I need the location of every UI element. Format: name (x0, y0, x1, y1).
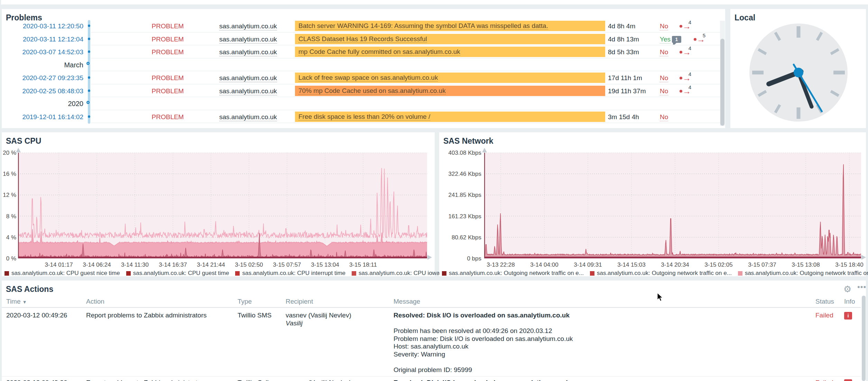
problems-row: 2020-03-11 12:20:50PROBLEMsas.analytium.… (2, 19, 725, 32)
problem-duration: 19d 11h 37m (608, 87, 646, 95)
problem-message-text: Free disk space is less than 20% on volu… (298, 113, 430, 121)
action-status: Failed (815, 312, 833, 320)
legend-label: sas.analytium.co.uk: Outgoing network tr… (745, 270, 868, 277)
problem-time-link[interactable]: 2019-12-01 16:14:02 (2, 113, 83, 121)
cpu-chart-title: SAS CPU (6, 136, 41, 146)
action-arrow-icon[interactable]: →4 (680, 24, 691, 29)
problem-ack-link[interactable]: Yes (660, 36, 671, 44)
problem-status: PROBLEM (144, 74, 192, 82)
y-axis-label: 322.46 Kbps (439, 171, 481, 178)
problem-host-link[interactable]: sas.analytium.co.uk (219, 22, 277, 30)
row-divider (91, 123, 720, 123)
column-header-info: Info (844, 298, 855, 305)
action-arrow-icon[interactable]: →5 (694, 37, 705, 42)
actions-scrollbar-thumb[interactable] (862, 296, 866, 381)
x-axis-label: 3-14 21:44 (197, 261, 225, 268)
x-axis-label: 3-14 16:37 (159, 261, 187, 268)
problem-ack-link[interactable]: No (660, 87, 668, 95)
action-message: Resolved: Disk I/O is overloaded on sas.… (394, 379, 570, 381)
message-bubble-badge[interactable]: 1 (672, 36, 681, 43)
problem-duration: 17d 11h 1m (608, 74, 642, 82)
clock-tick-mark (797, 26, 801, 38)
adjacent-widget-edge (1, 0, 868, 4)
action-type: Twillio Call (238, 379, 269, 381)
problem-time-link[interactable]: 2020-02-25 08:48:03 (2, 87, 83, 95)
problem-time-link[interactable]: 2020-03-11 12:12:04 (2, 36, 83, 43)
problem-message[interactable]: CLASS Dataset Has 19 Records Successful (295, 34, 605, 44)
problems-row: 2020 (2, 97, 725, 110)
problem-ack-link[interactable]: No (660, 22, 668, 30)
problem-message[interactable]: Lack of free swap space on sas.analytium… (295, 73, 605, 83)
action-dot-icon (680, 51, 682, 54)
action-count: 4 (689, 71, 691, 77)
info-icon[interactable]: i (844, 312, 852, 320)
timeline-marker-icon (86, 101, 90, 104)
y-axis-label: 0 % (2, 255, 16, 262)
chart-legend: sas.analytium.co.uk: CPU guest nice time… (4, 270, 462, 277)
mouse-cursor (657, 293, 666, 302)
problem-host-link[interactable]: sas.analytium.co.uk (219, 36, 277, 44)
problem-host-link[interactable]: sas.analytium.co.uk (219, 74, 277, 82)
problem-actions[interactable]: →4 (672, 86, 691, 96)
problem-status: PROBLEM (144, 48, 192, 56)
timeline-marker-label: 2020 (2, 100, 83, 108)
problem-duration: 3m 15d 4h (608, 113, 639, 121)
action-count: 4 (689, 84, 691, 90)
x-axis-label: 3-14 04:00 (530, 261, 558, 268)
x-axis-label: 3-15 18:11 (349, 261, 377, 268)
problem-message[interactable]: Free disk space is less than 20% on volu… (295, 112, 605, 122)
action-count: 4 (689, 19, 691, 25)
problem-message[interactable]: Batch server WARNING 14-169: Assuming th… (295, 21, 605, 31)
x-axis-label: 3-15 02:50 (235, 261, 263, 268)
problem-ack-link[interactable]: No (660, 113, 668, 121)
legend-label: sas.analytium.co.uk: CPU guest nice time (11, 270, 120, 277)
timeline-dot-icon (88, 50, 90, 53)
action-time: 2020-03-12 00:49:26 (6, 312, 67, 320)
problem-host-link[interactable]: sas.analytium.co.uk (219, 113, 277, 121)
legend-swatch (442, 271, 446, 276)
y-axis-arrow-icon (16, 148, 21, 152)
cpu-plot-area[interactable] (18, 153, 427, 258)
network-plot-area[interactable] (484, 153, 861, 258)
legend-swatch (126, 271, 131, 276)
problem-ack-link[interactable]: No (660, 74, 668, 82)
problem-actions[interactable]: 1→5 (672, 35, 705, 44)
action-arrow-icon[interactable]: →4 (680, 50, 691, 55)
problem-message[interactable]: 70% mp Code Cache used on sas.analytium.… (295, 86, 605, 96)
problem-time-link[interactable]: 2020-02-27 09:23:35 (2, 74, 83, 82)
problem-actions[interactable]: →4 (672, 73, 691, 83)
legend-label: sas.analytium.co.uk: Outgoing network tr… (449, 270, 584, 277)
info-icon[interactable]: i (844, 379, 852, 381)
problem-actions[interactable]: →4 (672, 47, 691, 57)
analog-clock (730, 13, 866, 128)
problems-scrollbar-thumb[interactable] (720, 39, 724, 126)
problem-message[interactable]: mp Code Cache fully committed on sas.ana… (295, 47, 605, 57)
problem-time-link[interactable]: 2020-03-07 14:52:03 (2, 48, 83, 56)
problem-ack-link[interactable]: No (660, 48, 668, 56)
problem-time-link[interactable]: 2020-03-11 12:20:50 (2, 22, 83, 30)
timeline-dot-icon (88, 25, 90, 27)
action-arrow-icon[interactable]: →4 (680, 89, 691, 94)
action-recipient: vasnev (Vasilij Nevlev) (286, 379, 351, 381)
problem-message-text: 70% mp Code Cache used on sas.analytium.… (298, 87, 446, 95)
action-dot-icon (694, 38, 696, 41)
problem-actions[interactable]: →4 (672, 21, 691, 31)
problem-host-link[interactable]: sas.analytium.co.uk (219, 87, 277, 95)
action-name: Report problems to Zabbix administrators (86, 379, 206, 381)
problem-host-link[interactable]: sas.analytium.co.uk (219, 48, 277, 56)
problem-duration: 4d 8h 13m (608, 36, 639, 43)
y-axis-label: 241.85 Kbps (439, 192, 481, 199)
problems-row: 2020-03-07 14:52:03PROBLEMsas.analytium.… (2, 45, 725, 58)
legend-label: sas.analytium.co.uk: CPU interrupt time (242, 270, 345, 277)
action-arrow-icon[interactable]: →4 (680, 76, 691, 80)
x-axis-label: 3-14 01:17 (45, 261, 73, 268)
ellipsis-menu-icon[interactable]: ••• (857, 283, 866, 292)
problem-message-text: Lack of free swap space on sas.analytium… (298, 74, 438, 82)
column-header-type: Type (238, 298, 252, 305)
legend-swatch (738, 271, 742, 276)
chart-legend: sas.analytium.co.uk: Outgoing network tr… (442, 270, 868, 277)
action-message: Resolved: Disk I/O is overloaded on sas.… (394, 312, 573, 374)
clock-tick-mark (833, 71, 845, 75)
gear-icon[interactable]: ⚙ (843, 285, 852, 294)
column-header-time[interactable]: Time ▼ (6, 298, 27, 305)
